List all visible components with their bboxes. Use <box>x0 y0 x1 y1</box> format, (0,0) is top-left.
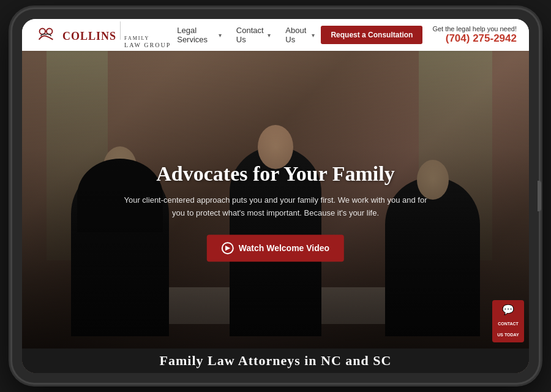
contact-badge-text: CONTACT US TODAY <box>497 322 519 337</box>
nav-links: Legal Services ▾ Contact Us ▾ About Us ▾ <box>171 22 321 48</box>
watch-video-button[interactable]: ▶ Watch Welcome Video <box>207 235 344 262</box>
logo-icon <box>34 23 58 47</box>
phone-number[interactable]: (704) 275-2942 <box>432 32 517 45</box>
phone-help-text: Get the legal help you need! <box>432 25 517 32</box>
video-button-label: Watch Welcome Video <box>239 243 329 253</box>
tablet-frame: COLLINS FAMILY LAW GROUP Legal Services … <box>12 9 539 383</box>
bottom-text-peek: Family Law Attorneys in NC and SC <box>22 349 529 373</box>
nav-legal-services[interactable]: Legal Services ▾ <box>171 22 228 48</box>
contact-badge[interactable]: 💬 CONTACT US TODAY <box>492 300 524 342</box>
svg-point-1 <box>47 29 53 35</box>
consultation-button[interactable]: Request a Consultation <box>321 26 422 44</box>
chevron-down-icon: ▾ <box>268 32 271 39</box>
hero-content: Advocates for Your Family Your client-ce… <box>73 162 478 262</box>
bottom-peek-text: Family Law Attorneys in NC and SC <box>160 353 392 369</box>
logo-text: COLLINS FAMILY LAW GROUP <box>62 21 171 48</box>
navbar: COLLINS FAMILY LAW GROUP Legal Services … <box>22 19 529 51</box>
logo-area[interactable]: COLLINS FAMILY LAW GROUP <box>34 21 171 48</box>
hero-title: Advocates for Your Family <box>73 162 478 186</box>
nav-about-us[interactable]: About Us ▾ <box>279 22 321 48</box>
svg-point-0 <box>40 29 46 35</box>
chat-icon: 💬 <box>495 304 522 315</box>
logo-name: COLLINS <box>62 31 116 43</box>
chevron-down-icon: ▾ <box>219 32 222 39</box>
hero-section: Advocates for Your Family Your client-ce… <box>22 51 529 373</box>
play-icon: ▶ <box>222 242 234 254</box>
hero-subtitle: Your client-centered approach puts you a… <box>122 194 429 220</box>
logo-group: LAW GROUP <box>124 42 171 48</box>
nav-contact-us[interactable]: Contact Us ▾ <box>230 22 277 48</box>
logo-family: FAMILY <box>124 36 171 42</box>
nav-cta-area: Request a Consultation Get the legal hel… <box>321 25 517 45</box>
chevron-down-icon: ▾ <box>312 32 315 39</box>
tablet-screen: COLLINS FAMILY LAW GROUP Legal Services … <box>22 19 529 373</box>
phone-area: Get the legal help you need! (704) 275-2… <box>432 25 517 45</box>
